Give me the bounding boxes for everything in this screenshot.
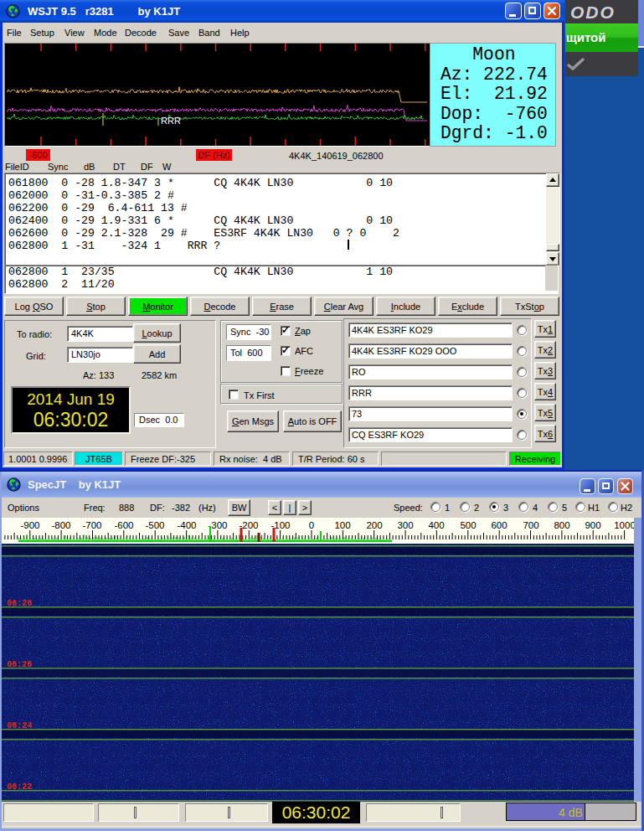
svg-text:0: 0: [309, 520, 314, 530]
svg-text:900: 900: [585, 520, 600, 530]
svg-text:06:24: 06:24: [7, 721, 32, 730]
svg-text:06:26: 06:26: [7, 660, 32, 669]
svg-text:100: 100: [334, 520, 350, 530]
svg-text:-800: -800: [51, 520, 70, 530]
svg-text:-500: -500: [145, 520, 164, 530]
svg-text:500: 500: [460, 520, 476, 530]
svg-text:700: 700: [523, 520, 538, 530]
svg-text:06:22: 06:22: [7, 782, 32, 792]
svg-text:06:28: 06:28: [7, 599, 32, 608]
svg-text:-900: -900: [20, 520, 39, 530]
svg-text:200: 200: [366, 520, 382, 530]
svg-text:-700: -700: [82, 520, 101, 530]
svg-text:RRR: RRR: [161, 116, 181, 126]
svg-text:1000: 1000: [614, 520, 634, 530]
svg-text:800: 800: [554, 520, 569, 530]
svg-text:600: 600: [491, 520, 507, 530]
svg-text:-600: -600: [114, 520, 133, 530]
svg-text:400: 400: [428, 520, 444, 530]
svg-text:300: 300: [397, 520, 413, 530]
svg-text:-400: -400: [177, 520, 196, 530]
